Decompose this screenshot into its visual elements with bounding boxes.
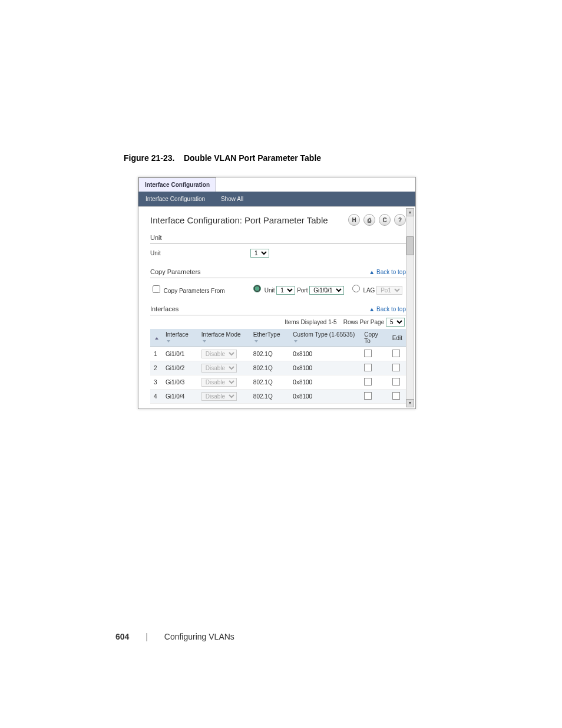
page-title: Interface Configuration: Port Parameter …	[150, 215, 328, 225]
cell-copyto	[361, 347, 388, 361]
refresh-icon[interactable]: C	[379, 214, 391, 226]
table-row: 4 Gi1/0/4 Disable 802.1Q 0x8100	[150, 390, 406, 404]
copy-port-select[interactable]: Gi1/0/1	[309, 286, 344, 295]
save-icon[interactable]: H	[348, 214, 360, 226]
interfaces-label: Interfaces	[150, 305, 178, 312]
cell-custom: 0x8100	[289, 375, 361, 390]
port-label: Port	[297, 287, 308, 294]
cell-mode: Disable	[198, 375, 250, 390]
unit-select[interactable]: 1	[250, 249, 269, 258]
section-copy-header: Copy Parameters ▲ Back to top	[150, 266, 406, 278]
scroll-thumb[interactable]	[406, 236, 414, 255]
cell-edit	[389, 361, 406, 375]
cell-copyto	[361, 390, 388, 404]
table-row: 1 Gi1/0/1 Disable 802.1Q 0x8100	[150, 347, 406, 361]
edit-checkbox[interactable]	[392, 392, 400, 400]
rows-per-page-select[interactable]: 5	[386, 318, 405, 327]
top-tab-bar: Interface Configuration	[138, 177, 415, 192]
page-number: 604	[115, 632, 129, 641]
cell-ethertype: 802.1Q	[250, 347, 289, 361]
col-number[interactable]	[150, 329, 162, 347]
figure-number: Figure 21-23.	[124, 153, 174, 163]
table-row: 3 Gi1/0/3 Disable 802.1Q 0x8100	[150, 375, 406, 390]
document-page: Figure 21-23. Double VLAN Port Parameter…	[0, 0, 562, 728]
lag-radio[interactable]	[352, 285, 360, 292]
cell-custom: 0x8100	[289, 347, 361, 361]
table-header-row: Interface Interface Mode EtherType Custo…	[150, 329, 406, 347]
copyto-checkbox[interactable]	[364, 364, 372, 371]
cell-num: 1	[150, 347, 162, 361]
figure-caption: Figure 21-23. Double VLAN Port Parameter…	[124, 153, 321, 163]
table-row: 2 Gi1/0/2 Disable 802.1Q 0x8100	[150, 361, 406, 375]
unit-radio-label: Unit	[265, 287, 275, 294]
items-displayed-row: Items Displayed 1-5 Rows Per Page 5	[150, 315, 406, 329]
cell-interface: Gi1/0/4	[162, 390, 198, 404]
unit-row: Unit 1	[150, 244, 406, 262]
copyto-checkbox[interactable]	[364, 350, 372, 357]
mode-select: Disable	[201, 378, 237, 387]
cell-ethertype: 802.1Q	[250, 375, 289, 390]
cell-edit	[389, 347, 406, 361]
cell-custom: 0x8100	[289, 361, 361, 375]
cell-ethertype: 802.1Q	[250, 361, 289, 375]
mode-select: Disable	[201, 350, 237, 358]
copyto-checkbox[interactable]	[364, 392, 372, 400]
lag-label: LAG	[363, 287, 375, 294]
col-ethertype[interactable]: EtherType	[250, 329, 289, 347]
copy-from-group: Copy Parameters From	[150, 284, 250, 295]
page-title-row: Interface Configuration: Port Parameter …	[150, 214, 406, 226]
col-copyto[interactable]: Copy To	[361, 329, 388, 347]
subtab-interface-configuration[interactable]: Interface Configuration	[138, 194, 212, 204]
copy-from-controls: Unit 1 Port Gi1/0/1 LAG Po1	[250, 283, 402, 295]
unit-label: Unit	[150, 250, 250, 256]
chapter-title: Configuring VLANs	[164, 632, 234, 641]
section-unit-header: Unit	[150, 232, 406, 244]
items-displayed-label: Items Displayed 1-5	[285, 319, 336, 325]
copy-parameters-label: Copy Parameters	[150, 268, 201, 275]
sub-tab-bar: Interface Configuration Show All	[138, 192, 415, 206]
cell-copyto	[361, 375, 388, 390]
copyto-checkbox[interactable]	[364, 378, 372, 386]
scroll-up-button[interactable]: ▴	[406, 208, 414, 216]
edit-checkbox[interactable]	[392, 364, 400, 371]
cell-mode: Disable	[198, 390, 250, 404]
back-to-top-link[interactable]: ▲ Back to top	[369, 269, 406, 275]
sort-icon	[167, 340, 170, 342]
mode-select: Disable	[201, 392, 237, 401]
cell-interface: Gi1/0/1	[162, 347, 198, 361]
col-mode[interactable]: Interface Mode	[198, 329, 250, 347]
copy-from-row: Copy Parameters From Unit 1 Port Gi1/0/1…	[150, 278, 406, 299]
copy-lag-select: Po1	[376, 286, 402, 295]
screenshot-frame: Interface Configuration Interface Config…	[138, 177, 416, 409]
unit-radio[interactable]	[253, 285, 261, 292]
sort-asc-icon	[155, 337, 158, 340]
cell-num: 4	[150, 390, 162, 404]
sort-icon	[294, 340, 297, 342]
back-to-top-link-2[interactable]: ▲ Back to top	[369, 306, 406, 312]
cell-edit	[389, 375, 406, 390]
copy-from-checkbox[interactable]	[153, 285, 160, 293]
copy-unit-select[interactable]: 1	[276, 286, 295, 295]
footer-separator: |	[146, 632, 148, 641]
edit-checkbox[interactable]	[392, 350, 400, 357]
content-panel: ▴ ▾ Interface Configuration: Port Parame…	[138, 206, 415, 409]
tab-interface-configuration[interactable]: Interface Configuration	[138, 177, 216, 192]
section-interfaces-header: Interfaces ▲ Back to top	[150, 303, 406, 315]
col-edit[interactable]: Edit	[389, 329, 406, 347]
cell-interface: Gi1/0/2	[162, 361, 198, 375]
cell-num: 3	[150, 375, 162, 390]
cell-num: 2	[150, 361, 162, 375]
scroll-down-button[interactable]: ▾	[406, 399, 414, 407]
help-icon[interactable]: ?	[394, 214, 406, 226]
mode-select: Disable	[201, 364, 237, 373]
cell-interface: Gi1/0/3	[162, 375, 198, 390]
interfaces-table: Interface Interface Mode EtherType Custo…	[150, 329, 406, 404]
col-interface[interactable]: Interface	[162, 329, 198, 347]
cell-edit	[389, 390, 406, 404]
cell-mode: Disable	[198, 361, 250, 375]
print-icon[interactable]: ⎙	[363, 214, 375, 226]
col-custom[interactable]: Custom Type (1-65535)	[289, 329, 361, 347]
edit-checkbox[interactable]	[392, 378, 400, 386]
cell-custom: 0x8100	[289, 390, 361, 404]
subtab-show-all[interactable]: Show All	[214, 194, 250, 204]
